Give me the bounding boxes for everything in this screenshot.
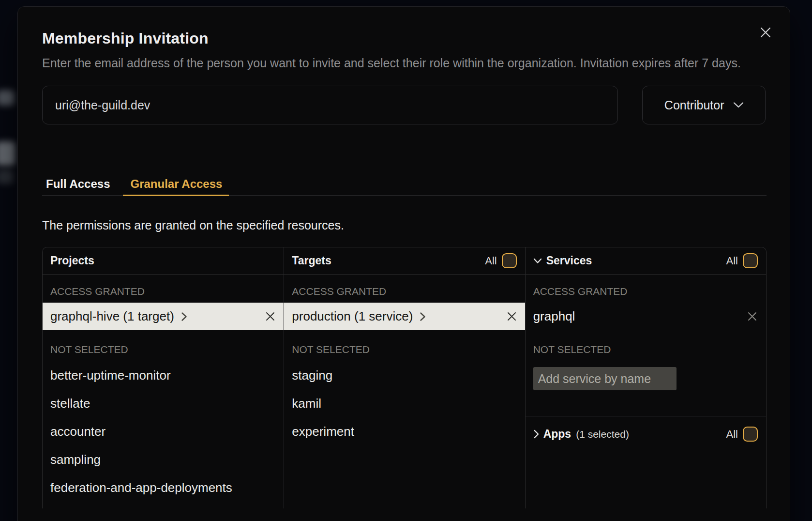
services-access-granted-label: ACCESS GRANTED xyxy=(533,287,758,296)
granted-service-row: graphql xyxy=(526,303,766,330)
remove-project-button[interactable] xyxy=(266,312,275,321)
selected-project-label: graphql-hive (1 target) xyxy=(50,309,174,324)
project-item[interactable]: federation-and-app-deployments xyxy=(43,474,284,502)
tab-granular-access[interactable]: Granular Access xyxy=(123,177,229,196)
project-item[interactable]: stellate xyxy=(43,389,284,417)
close-icon xyxy=(748,312,757,321)
backdrop-blur-fragment xyxy=(0,169,14,184)
apps-count: (1 selected) xyxy=(576,429,629,440)
permissions-note: The permissions are granted on the speci… xyxy=(42,218,766,232)
projects-column-body: ACCESS GRANTED graphql-hive (1 target) N… xyxy=(43,287,284,502)
projects-header-label: Projects xyxy=(50,254,94,267)
selected-project-row[interactable]: graphql-hive (1 target) xyxy=(43,303,284,330)
targets-access-granted-label: ACCESS GRANTED xyxy=(292,287,517,296)
backdrop-blur-fragment xyxy=(0,141,15,166)
add-service-input[interactable] xyxy=(533,367,677,390)
projects-access-granted-label: ACCESS GRANTED xyxy=(50,287,276,296)
apps-all-checkbox[interactable] xyxy=(743,427,758,442)
targets-all-group: All xyxy=(485,253,516,268)
projects-not-selected-label: NOT SELECTED xyxy=(50,345,276,354)
services-column-header: Services All xyxy=(526,247,766,275)
granted-service-label: graphql xyxy=(533,309,575,324)
chevron-down-icon xyxy=(733,102,744,108)
services-section: ACCESS GRANTED graphql NOT SELECTED xyxy=(526,287,766,416)
dialog-title: Membership Invitation xyxy=(42,29,766,47)
services-all-checkbox[interactable] xyxy=(743,253,758,268)
access-tabs: Full Access Granular Access xyxy=(42,177,767,196)
email-input[interactable] xyxy=(42,86,618,124)
selected-target-label: production (1 service) xyxy=(292,309,413,324)
services-all-label: All xyxy=(726,255,738,267)
projects-unselected-list: better-uptime-monitor stellate accounter… xyxy=(43,361,284,502)
remove-target-button[interactable] xyxy=(507,312,516,321)
project-item[interactable]: sampling xyxy=(43,445,284,474)
close-icon xyxy=(507,312,516,321)
targets-not-selected-label: NOT SELECTED xyxy=(292,345,517,354)
apps-all-label: All xyxy=(726,428,738,441)
projects-column-header: Projects xyxy=(43,247,284,275)
targets-header-label: Targets xyxy=(292,254,331,267)
services-column: Services All ACCESS GRANTED graphql xyxy=(525,247,766,508)
services-not-selected-label: NOT SELECTED xyxy=(533,345,758,354)
close-button[interactable] xyxy=(759,26,772,39)
targets-column-body: ACCESS GRANTED production (1 service) NO… xyxy=(284,287,525,445)
role-selected-value: Contributor xyxy=(664,98,724,112)
invite-row: Contributor xyxy=(42,86,766,124)
remove-service-button[interactable] xyxy=(748,312,757,321)
projects-column: Projects ACCESS GRANTED graphql-hive (1 … xyxy=(43,247,284,508)
selected-target-row[interactable]: production (1 service) xyxy=(284,303,525,330)
backdrop-blur-fragment xyxy=(0,90,15,106)
services-header-label: Services xyxy=(546,254,592,267)
services-all-group: All xyxy=(726,253,758,268)
apps-row[interactable]: Apps (1 selected) All xyxy=(526,416,766,452)
target-item[interactable]: experiment xyxy=(284,417,525,445)
targets-column: Targets All ACCESS GRANTED production (1… xyxy=(284,247,525,508)
chevron-right-icon xyxy=(181,312,187,322)
close-icon xyxy=(760,27,771,38)
targets-all-label: All xyxy=(485,255,496,267)
apps-label: Apps xyxy=(543,428,571,441)
chevron-right-icon xyxy=(420,312,426,322)
chevron-right-icon xyxy=(533,429,539,439)
project-item[interactable]: better-uptime-monitor xyxy=(43,361,284,389)
apps-all-group: All xyxy=(726,427,758,442)
dialog-description: Enter the email address of the person yo… xyxy=(42,53,767,73)
chevron-down-icon[interactable] xyxy=(533,258,542,264)
membership-invitation-dialog: Membership Invitation Enter the email ad… xyxy=(17,6,790,521)
close-icon xyxy=(266,312,275,321)
resources-table: Projects ACCESS GRANTED graphql-hive (1 … xyxy=(42,247,767,508)
role-select[interactable]: Contributor xyxy=(642,86,766,124)
targets-unselected-list: staging kamil experiment xyxy=(284,361,525,445)
tab-full-access[interactable]: Full Access xyxy=(42,177,116,196)
target-item[interactable]: staging xyxy=(284,361,525,389)
services-column-body: ACCESS GRANTED graphql NOT SELECTED xyxy=(526,287,766,452)
target-item[interactable]: kamil xyxy=(284,389,525,417)
targets-all-checkbox[interactable] xyxy=(502,253,517,268)
targets-column-header: Targets All xyxy=(284,247,525,275)
project-item[interactable]: accounter xyxy=(43,417,284,445)
